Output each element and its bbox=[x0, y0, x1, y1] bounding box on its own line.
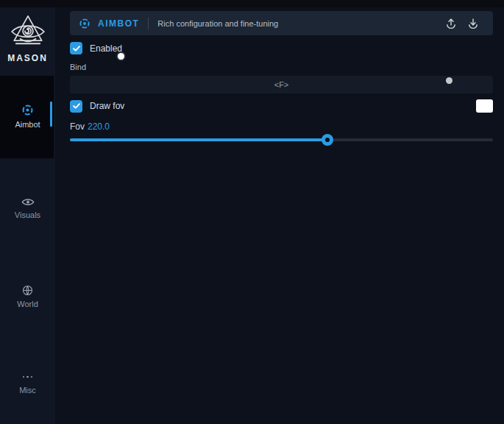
sidebar-item-visuals[interactable]: Visuals bbox=[0, 197, 55, 219]
sidebar-item-misc[interactable]: Misc bbox=[0, 372, 55, 395]
eye-icon bbox=[21, 197, 35, 207]
fov-value: 220.0 bbox=[88, 121, 110, 132]
slider-handle[interactable] bbox=[322, 134, 333, 146]
sidebar-item-label: Misc bbox=[19, 386, 36, 395]
brand-name: MASON bbox=[7, 53, 48, 63]
draw-fov-label: Draw fov bbox=[90, 101, 124, 111]
crosshair-icon bbox=[79, 18, 90, 29]
draw-fov-checkbox[interactable] bbox=[70, 100, 82, 113]
fov-label: Fov220.0 bbox=[70, 121, 110, 132]
enabled-label: Enabled bbox=[90, 43, 122, 54]
globe-icon bbox=[22, 285, 33, 296]
import-config-button[interactable] bbox=[440, 16, 462, 31]
enabled-checkbox[interactable] bbox=[70, 42, 82, 54]
crosshair-icon bbox=[21, 104, 34, 116]
bind-key-value: <F> bbox=[274, 80, 289, 89]
draw-fov-row: Draw fov bbox=[70, 99, 493, 113]
sidebar-item-label: World bbox=[17, 300, 38, 308]
page-title: AIMBOT bbox=[98, 18, 139, 29]
sidebar-item-aimbot[interactable]: Aimbot bbox=[0, 104, 55, 129]
export-config-button[interactable] bbox=[462, 16, 484, 31]
sidebar-item-label: Visuals bbox=[15, 211, 40, 219]
header-divider bbox=[148, 18, 149, 29]
bind-label: Bind bbox=[70, 63, 86, 71]
fov-label-text: Fov bbox=[70, 121, 85, 132]
sidebar-item-label: Aimbot bbox=[15, 120, 40, 129]
fov-color-picker[interactable] bbox=[476, 99, 493, 113]
window-top-strip bbox=[0, 0, 504, 7]
cursor-dot bbox=[118, 53, 124, 60]
fov-slider[interactable] bbox=[70, 132, 493, 147]
slider-fill bbox=[70, 138, 327, 141]
main-panel: AIMBOT Rich configuration and fine-tunin… bbox=[55, 7, 504, 424]
sidebar-item-world[interactable]: World bbox=[0, 285, 55, 308]
brand-logo: MASON bbox=[0, 12, 55, 63]
ellipsis-icon bbox=[23, 372, 33, 382]
cursor-dot bbox=[446, 77, 452, 84]
eye-pyramid-icon bbox=[9, 12, 47, 52]
page-subtitle: Rich configuration and fine-tuning bbox=[157, 19, 278, 28]
enabled-row: Enabled bbox=[70, 42, 122, 54]
sidebar: MASON Aimbot Visuals bbox=[0, 7, 55, 424]
bind-key-button[interactable]: <F> bbox=[70, 76, 493, 93]
app-window: MASON Aimbot Visuals bbox=[0, 0, 504, 424]
tab-header: AIMBOT Rich configuration and fine-tunin… bbox=[70, 11, 493, 35]
